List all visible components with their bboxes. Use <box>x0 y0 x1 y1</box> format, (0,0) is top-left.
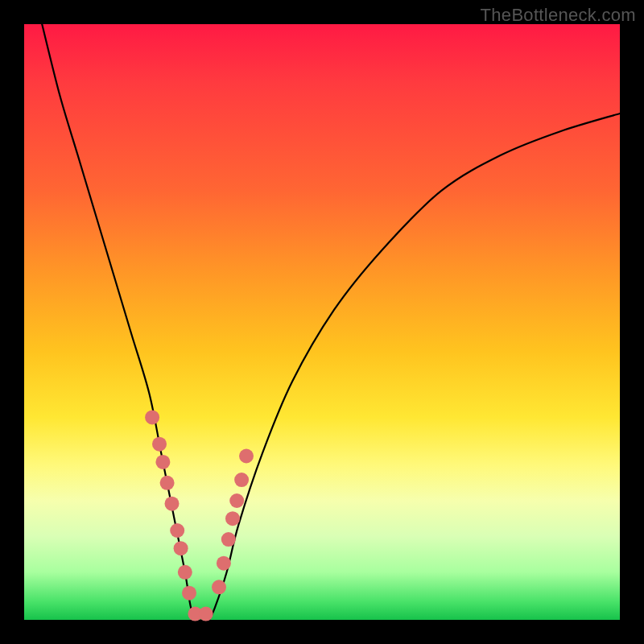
chart-frame: TheBottleneck.com <box>0 0 644 644</box>
sample-markers-group <box>145 410 254 621</box>
sample-marker <box>229 493 244 508</box>
sample-marker <box>239 449 254 464</box>
sample-marker <box>155 455 170 469</box>
watermark-text: TheBottleneck.com <box>481 5 636 26</box>
sample-marker <box>160 476 175 490</box>
sample-marker <box>234 473 249 487</box>
chart-svg <box>24 24 620 620</box>
sample-marker <box>225 511 240 526</box>
bottleneck-curve-line <box>42 24 620 621</box>
plot-area <box>24 24 620 620</box>
sample-marker <box>178 565 192 580</box>
sample-marker <box>145 410 159 424</box>
sample-marker <box>199 607 213 621</box>
sample-marker <box>212 580 226 594</box>
sample-marker <box>165 497 180 511</box>
sample-marker <box>217 556 231 571</box>
sample-marker <box>182 586 196 601</box>
sample-marker <box>174 541 188 555</box>
sample-marker <box>152 437 167 452</box>
sample-marker <box>221 532 236 547</box>
sample-marker <box>170 523 184 538</box>
